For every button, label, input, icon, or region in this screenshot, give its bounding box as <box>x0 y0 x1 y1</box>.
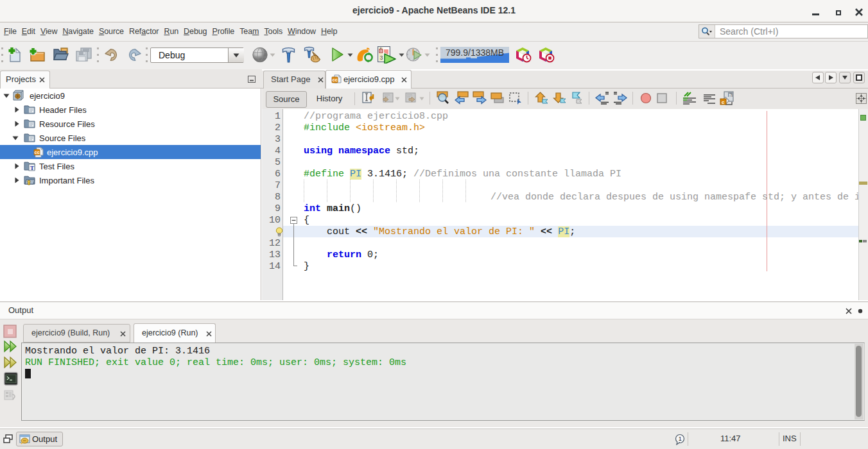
svg-text:T: T <box>30 165 34 171</box>
svg-text:cc: cc <box>35 149 40 155</box>
svg-text:1: 1 <box>679 436 682 442</box>
svg-text:c: c <box>722 99 725 105</box>
svg-text:3: 3 <box>380 55 383 62</box>
svg-text:h: h <box>729 93 731 97</box>
svg-text:cc: cc <box>333 77 338 83</box>
